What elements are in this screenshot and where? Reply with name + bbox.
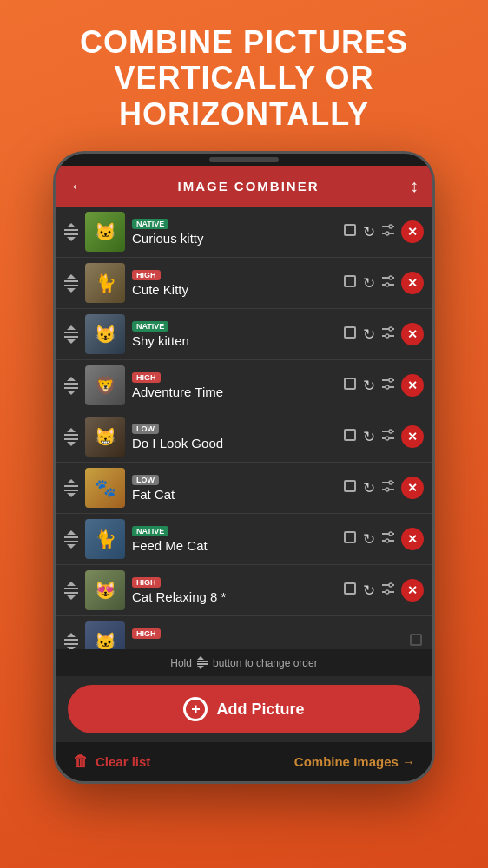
settings-icon[interactable] xyxy=(380,378,396,393)
item-actions: ↻ ✕ xyxy=(342,323,424,345)
item-info: NATIVE Curious kitty xyxy=(132,219,335,246)
refresh-icon[interactable]: ↻ xyxy=(363,377,375,395)
item-badge: HIGH xyxy=(132,628,161,639)
svg-point-37 xyxy=(389,481,392,484)
sort-button[interactable]: ↕ xyxy=(410,176,419,196)
svg-point-51 xyxy=(389,583,392,587)
app-title: IMAGE COMBINER xyxy=(178,179,320,194)
item-info: NATIVE Feed Me Cat xyxy=(132,526,335,553)
settings-icon[interactable] xyxy=(380,326,396,342)
item-name: ... xyxy=(132,641,401,650)
crop-icon[interactable] xyxy=(342,325,358,344)
list-item: 🐈 HIGH Cute Kitty ↻ xyxy=(56,258,432,309)
svg-point-30 xyxy=(389,430,392,433)
add-icon: + xyxy=(183,697,208,721)
delete-button[interactable]: ✕ xyxy=(401,579,424,602)
add-picture-button[interactable]: + Add Picture xyxy=(68,685,420,733)
drag-handle[interactable] xyxy=(64,530,78,549)
delete-button[interactable]: ✕ xyxy=(401,323,424,345)
item-badge: NATIVE xyxy=(132,219,168,229)
item-name: Feed Me Cat xyxy=(132,538,335,553)
drag-handle[interactable] xyxy=(64,223,78,241)
item-info: LOW Do I Look Good xyxy=(132,424,335,450)
svg-rect-0 xyxy=(345,225,355,235)
svg-rect-21 xyxy=(345,378,355,389)
item-badge: NATIVE xyxy=(132,321,168,332)
svg-point-23 xyxy=(389,378,392,382)
crop-icon[interactable] xyxy=(342,581,358,600)
refresh-icon[interactable]: ↻ xyxy=(363,326,375,344)
bottom-bar: 🗑 Clear list Combine Images → xyxy=(56,742,432,781)
svg-point-12 xyxy=(386,283,389,286)
item-name: Do I Look Good xyxy=(132,436,335,450)
phone-frame: ← IMAGE COMBINER ↕ 🐱 NATIVE Curious kitt… xyxy=(53,151,435,784)
delete-button[interactable]: ✕ xyxy=(401,220,424,243)
item-badge: LOW xyxy=(132,424,159,434)
item-name: Cute Kitty xyxy=(132,282,335,297)
item-info: HIGH Cat Relaxing 8 * xyxy=(132,577,335,604)
item-thumbnail: 🐱 xyxy=(85,621,125,649)
delete-button[interactable]: ✕ xyxy=(401,477,424,499)
refresh-icon[interactable]: ↻ xyxy=(363,582,375,600)
item-actions: ↻ ✕ xyxy=(342,374,424,397)
item-actions: ↻ ✕ xyxy=(342,272,424,294)
crop-icon[interactable] xyxy=(342,273,358,293)
delete-button[interactable]: ✕ xyxy=(401,272,424,294)
item-name: Shy kitten xyxy=(132,333,335,348)
item-info: HIGH ... xyxy=(132,628,401,650)
drag-hint-icon xyxy=(197,656,208,669)
refresh-icon[interactable]: ↻ xyxy=(363,530,375,549)
refresh-icon[interactable]: ↻ xyxy=(363,479,375,497)
item-badge: HIGH xyxy=(132,270,161,280)
svg-rect-14 xyxy=(345,327,355,338)
svg-rect-49 xyxy=(345,583,355,594)
settings-icon[interactable] xyxy=(380,480,396,496)
refresh-icon[interactable]: ↻ xyxy=(363,428,375,446)
drag-handle[interactable] xyxy=(64,377,78,395)
item-actions: ↻ ✕ xyxy=(342,220,424,243)
item-badge: HIGH xyxy=(132,372,161,383)
item-thumbnail: 🐱 xyxy=(85,212,125,252)
back-button[interactable]: ← xyxy=(69,176,87,196)
item-name: Adventure Time xyxy=(132,385,335,399)
crop-icon[interactable] xyxy=(342,529,358,549)
item-thumbnail: 🐈 xyxy=(85,519,125,559)
settings-icon[interactable] xyxy=(380,582,396,598)
refresh-icon[interactable]: ↻ xyxy=(363,274,375,293)
item-info: HIGH Adventure Time xyxy=(132,372,335,399)
crop-icon[interactable] xyxy=(342,427,358,446)
add-picture-label: Add Picture xyxy=(216,700,304,719)
list-item: 🦁 HIGH Adventure Time ↻ xyxy=(56,360,432,411)
svg-rect-56 xyxy=(411,635,421,645)
drag-handle[interactable] xyxy=(64,582,78,600)
item-info: LOW Fat Cat xyxy=(132,475,335,502)
crop-icon[interactable] xyxy=(342,478,358,497)
settings-icon[interactable] xyxy=(380,224,396,240)
settings-icon[interactable] xyxy=(380,531,396,547)
combine-label: Combine Images → xyxy=(294,754,415,769)
svg-point-40 xyxy=(386,488,389,491)
settings-icon[interactable] xyxy=(380,275,396,291)
drag-handle[interactable] xyxy=(64,326,78,344)
delete-button[interactable]: ✕ xyxy=(401,528,424,550)
item-name: Cat Relaxing 8 * xyxy=(132,589,335,604)
item-actions: ↻ ✕ xyxy=(342,425,424,448)
drag-handle[interactable] xyxy=(64,479,78,497)
clear-list-button[interactable]: 🗑 Clear list xyxy=(73,753,150,771)
refresh-icon[interactable]: ↻ xyxy=(363,223,375,241)
crop-icon[interactable] xyxy=(342,376,358,395)
settings-icon[interactable] xyxy=(380,429,396,444)
item-thumbnail: 🐾 xyxy=(85,468,125,508)
crop-icon-partial xyxy=(408,632,424,649)
delete-button[interactable]: ✕ xyxy=(401,425,424,448)
drag-handle[interactable] xyxy=(64,633,78,650)
svg-rect-35 xyxy=(345,481,355,491)
clear-list-label: Clear list xyxy=(96,754,150,769)
drag-handle[interactable] xyxy=(64,274,78,293)
svg-rect-28 xyxy=(345,430,355,440)
delete-button[interactable]: ✕ xyxy=(401,374,424,397)
crop-icon[interactable] xyxy=(342,222,358,241)
combine-images-button[interactable]: Combine Images → xyxy=(294,754,415,769)
hint-suffix: button to change order xyxy=(213,657,318,669)
drag-handle[interactable] xyxy=(64,428,78,446)
